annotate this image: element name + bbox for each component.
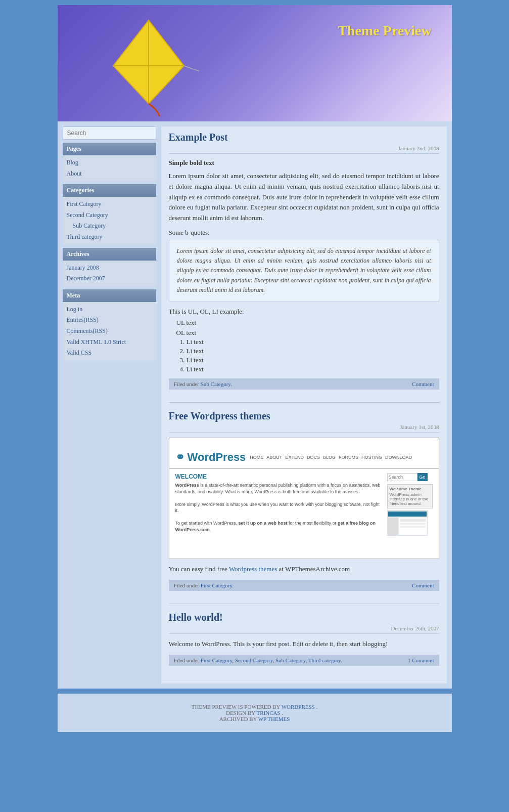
wp-sidebar: Go Welcome Theme WordPress admin interfa… [387, 473, 433, 546]
wp-text: WordPress is a state-of-the-art semantic… [175, 482, 383, 533]
post-wordpress: Free Wordpress themes January 1st, 2008 … [169, 410, 439, 591]
footer-wordpress-link[interactable]: WORDPRESS [282, 704, 315, 710]
category-link-second[interactable]: Second Category [67, 210, 152, 221]
pages-section: Pages Blog About [63, 143, 156, 181]
list-item: Li text [187, 356, 439, 364]
svg-rect-9 [388, 518, 398, 535]
filed-under-label: Filed under Sub Category. [174, 381, 232, 387]
comment-link-wordpress[interactable]: Comment [412, 582, 434, 588]
site-footer: THEME PREVIEW IS POWERED BY WORDPRESS . … [58, 694, 452, 732]
ul-text: UL text [176, 319, 439, 327]
categories-section: Categories First Category Second Categor… [63, 184, 156, 244]
archives-section: Archives January 2008 December 2007 [63, 248, 156, 286]
filed-under-label-wp: Filed under First Category. [174, 582, 234, 588]
filed-category-second[interactable]: Second Category [235, 657, 273, 663]
category-link-third[interactable]: Third category [67, 232, 152, 243]
post-body-hello: Welcome to WordPress. This is your first… [169, 639, 439, 650]
kite-illustration [98, 15, 199, 116]
svg-rect-11 [400, 519, 426, 522]
meta-link-entries-rss[interactable]: Entries(RSS) [67, 315, 152, 326]
footer-line3: ARCHIVED BY WP THEMES [63, 716, 447, 722]
wordpress-themes-link[interactable]: Wordpress themes [229, 565, 277, 573]
free-wp-text: You can easy find free Wordpress themes … [169, 564, 439, 575]
post-footer-hello: Filed under First Category, Second Categ… [169, 655, 439, 666]
category-link-sub[interactable]: Sub Category [67, 221, 152, 232]
archives-links: January 2008 December 2007 [63, 261, 156, 286]
meta-section: Meta Log in Entries(RSS) Comments(RSS) V… [63, 289, 156, 361]
comment-link-example[interactable]: Comment [412, 381, 434, 387]
post-example: Example Post January 2nd, 2008 Simple bo… [169, 132, 439, 390]
post-divider-1 [169, 402, 439, 403]
wp-search-button[interactable]: Go [418, 473, 428, 481]
wp-admin-screenshot [387, 510, 428, 536]
list-item: Li text [187, 338, 439, 346]
post-title-example: Example Post [169, 132, 439, 143]
pages-links: Blog About [63, 155, 156, 181]
filed-category-sub[interactable]: Sub Category [275, 657, 305, 663]
content-area: Example Post January 2nd, 2008 Simple bo… [161, 126, 447, 683]
post-subtitle-example: Simple bold text [169, 159, 439, 167]
post-footer-wordpress: Filed under First Category. Comment [169, 580, 439, 591]
meta-link-comments-rss[interactable]: Comments(RSS) [67, 326, 152, 337]
sidebar: Pages Blog About Categories First Catego… [63, 126, 156, 364]
post-footer-example: Filed under Sub Category. Comment [169, 378, 439, 390]
wp-main: WELCOME WordPress is a state-of-the-art … [175, 473, 383, 546]
comment-link-hello[interactable]: 1 Comment [408, 657, 434, 663]
wp-sidebar-box: Welcome Theme WordPress admin interface … [387, 484, 433, 508]
post-title-hello: Hello world! [169, 612, 439, 623]
archives-heading: Archives [63, 248, 156, 261]
filed-category-first[interactable]: First Category [201, 657, 233, 663]
blockquote-box: Lorem ipsum dolor sit amet, consectetur … [169, 240, 439, 302]
archive-link-jan2008[interactable]: January 2008 [67, 263, 152, 274]
list-example-label: This is UL, OL, LI example: [169, 308, 439, 316]
main-layout: Pages Blog About Categories First Catego… [58, 121, 452, 689]
list-item: Li text [187, 347, 439, 355]
wp-body: WELCOME WordPress is a state-of-the-art … [169, 469, 439, 550]
search-section [63, 126, 156, 140]
meta-link-css[interactable]: Valid CSS [67, 348, 152, 359]
pages-heading: Pages [63, 143, 156, 155]
wp-logo: ⚭ WordPress [175, 451, 246, 464]
post-title-wordpress: Free Wordpress themes [169, 410, 439, 422]
filed-category-third[interactable]: Third category [308, 657, 341, 663]
wp-mockup: ⚭ WordPress HOMEABOUTEXTENDDOCSBLOGFORUM… [169, 447, 439, 550]
meta-link-xhtml[interactable]: Valid XHTML 1.0 Strict [67, 337, 152, 348]
post-date-example: January 2nd, 2008 [169, 145, 439, 154]
site-title: Theme Preview [338, 23, 431, 39]
meta-heading: Meta [63, 289, 156, 302]
footer-trincas-link[interactable]: TRINCAS [256, 710, 280, 716]
post-divider-2 [169, 604, 439, 604]
post-hello: Hello world! December 26th, 2007 Welcome… [169, 612, 439, 666]
svg-rect-12 [400, 523, 426, 525]
post-date-wordpress: January 1st, 2008 [169, 424, 439, 433]
svg-rect-8 [388, 511, 427, 517]
wp-header: ⚭ WordPress HOMEABOUTEXTENDDOCSBLOGFORUM… [169, 447, 439, 469]
categories-links: First Category Second Category Sub Categ… [63, 197, 156, 244]
wp-search-input[interactable] [387, 473, 418, 481]
wordpress-screenshot: ⚭ WordPress HOMEABOUTEXTENDDOCSBLOGFORUM… [169, 438, 439, 559]
svg-rect-13 [400, 526, 426, 528]
categories-heading: Categories [63, 184, 156, 197]
post-body-example: Lorem ipsum dolor sit amet, consectetur … [169, 171, 439, 224]
wp-nav: HOMEABOUTEXTENDDOCSBLOGFORUMSHOSTINGDOWN… [250, 455, 412, 460]
li-list: Li text Li text Li text Li text [187, 338, 439, 373]
list-item: Li text [187, 365, 439, 373]
pages-link-blog[interactable]: Blog [67, 157, 152, 168]
meta-link-login[interactable]: Log in [67, 304, 152, 315]
ol-text: OL text [176, 329, 439, 337]
filed-category-link[interactable]: Sub Category [201, 381, 230, 387]
filed-category-link-wp[interactable]: First Category [201, 582, 233, 588]
category-link-first[interactable]: First Category [67, 199, 152, 210]
footer-wpthemes-link[interactable]: WP THEMES [258, 716, 290, 722]
site-header: Theme Preview [58, 5, 452, 121]
wp-search: Go [387, 473, 433, 481]
search-input[interactable] [63, 126, 156, 140]
footer-line2: DESIGN BY TRINCAS . [63, 710, 447, 716]
archive-link-dec2007[interactable]: December 2007 [67, 273, 152, 284]
filed-under-label-hello: Filed under First Category, Second Categ… [174, 657, 342, 663]
meta-links: Log in Entries(RSS) Comments(RSS) Valid … [63, 302, 156, 361]
wp-welcome: WELCOME [175, 473, 383, 480]
footer-line1: THEME PREVIEW IS POWERED BY WORDPRESS . [63, 704, 447, 710]
blockquote-label: Some b-quotes: [169, 229, 439, 237]
pages-link-about[interactable]: About [67, 168, 152, 180]
